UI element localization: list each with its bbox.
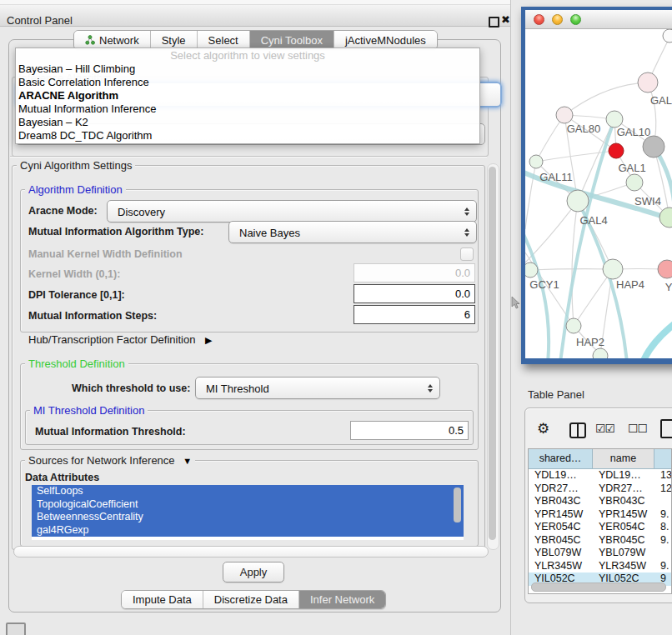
column-header-cut[interactable] [654, 449, 672, 469]
network-edge[interactable] [564, 82, 648, 115]
close-icon[interactable]: ✖ [501, 13, 510, 26]
network-canvas[interactable]: GALGAL80GAL10GAL1GAL11SWI4GAL4GCY1HAP4YH… [525, 29, 672, 358]
network-edge-thick[interactable] [525, 228, 549, 358]
network-node-gcy1[interactable] [525, 262, 538, 278]
dpi-tolerance-label: DPI Tolerance [0,1]: [28, 289, 125, 301]
settings-horizontal-scrollbar[interactable] [13, 546, 489, 558]
table-header-row: shared… name [529, 449, 671, 469]
network-node-label: SWI4 [634, 195, 661, 208]
node-table[interactable]: shared… name YDL19…YDL19…13YDR27…YDR27…1… [528, 448, 672, 594]
network-node-gal1[interactable] [609, 143, 624, 158]
zoom-traffic-light-icon[interactable] [570, 14, 581, 25]
network-node-unlabeled[interactable] [593, 348, 608, 358]
network-window-titlebar[interactable] [525, 10, 672, 29]
tab-impute-data[interactable]: Impute Data [122, 591, 203, 608]
mi-steps-input[interactable] [354, 305, 475, 324]
algorithm-option[interactable]: Dream8 DC_TDC Algorithm [16, 129, 479, 142]
network-node-gal11[interactable] [529, 155, 543, 168]
select-all-columns-icon[interactable]: ☑☑ [595, 422, 614, 435]
collapsed-arrow-icon: ▶ [205, 335, 212, 345]
network-node-gal10[interactable] [606, 111, 623, 128]
tab-jactivemnodules[interactable]: jActiveMNodules [333, 31, 437, 49]
algorithm-option[interactable]: Basic Correlation Inference [16, 76, 479, 89]
manual-kernel-checkbox[interactable] [460, 248, 474, 261]
table-cell: YBR045C [529, 534, 593, 548]
table-cell: YDL19… [529, 469, 593, 482]
dpi-tolerance-input[interactable] [354, 284, 475, 303]
kernel-width-input[interactable] [354, 263, 475, 282]
table-row[interactable]: YDL19…YDL19…13 [529, 469, 671, 482]
tab-cyni-toolbox[interactable]: Cyni Toolbox [249, 31, 333, 49]
network-node-y[interactable] [658, 260, 672, 278]
table-cell: YDR27… [593, 482, 654, 496]
which-threshold-label: Which threshold to use: [72, 382, 190, 394]
table-export-icon[interactable] [660, 419, 672, 438]
network-node-unlabeled[interactable] [663, 29, 672, 42]
which-threshold-combobox[interactable]: MI Threshold [195, 377, 440, 399]
data-attributes-list[interactable]: SelfLoopsTopologicalCoefficientBetweenne… [32, 485, 464, 540]
close-traffic-light-icon[interactable] [534, 14, 544, 25]
sources-group-label[interactable]: Sources for Network Inference ▼ [25, 454, 195, 467]
algorithm-dropdown-popup: Select algorithm to view settings Bayesi… [15, 48, 480, 144]
attribute-item[interactable]: TopologicalCoefficient [32, 498, 464, 512]
aracne-mode-value: Discovery [118, 205, 165, 218]
network-node-gal4[interactable] [567, 190, 589, 212]
algorithm-option[interactable]: Bayesian – K2 [16, 116, 479, 129]
network-node-label: HAP2 [576, 336, 604, 348]
table-row[interactable]: YER054CYER054C8. [529, 521, 671, 534]
tab-discretize-data[interactable]: Discretize Data [203, 591, 298, 608]
tab-style[interactable]: Style [150, 31, 197, 49]
minimize-traffic-light-icon[interactable] [552, 14, 563, 25]
algorithm-option[interactable]: ARACNE Algorithm [16, 89, 479, 102]
column-header-shared[interactable]: shared… [529, 449, 593, 469]
table-cell: 9. [654, 560, 672, 573]
network-tab-icon [85, 35, 95, 45]
column-header-name[interactable]: name [593, 449, 654, 469]
scrollbar-thumb[interactable] [489, 167, 496, 540]
table-row[interactable]: YBL079WYBL079W [529, 547, 671, 560]
unselect-all-columns-icon[interactable]: ☐☐ [628, 422, 647, 435]
apply-button[interactable]: Apply [223, 562, 284, 582]
network-view-window[interactable]: GALGAL80GAL10GAL1GAL11SWI4GAL4GCY1HAP4YH… [521, 7, 672, 364]
table-horizontal-scrollbar[interactable] [531, 582, 666, 592]
network-canvas-container[interactable]: GALGAL80GAL10GAL1GAL11SWI4GAL4GCY1HAP4YH… [525, 29, 672, 358]
network-node-hap4[interactable] [603, 259, 623, 279]
table-row[interactable]: YBR043CYBR043C [529, 495, 671, 508]
algorithm-option[interactable]: Bayesian – Hill Climbing [16, 62, 479, 76]
table-row[interactable]: YLR345WYLR345W9. [529, 560, 671, 573]
table-row[interactable]: YBR045CYBR045C9. [529, 534, 671, 548]
network-node-hap2[interactable] [566, 318, 581, 333]
network-node-unlabeled[interactable] [643, 136, 664, 158]
tab-impute-data-label: Impute Data [133, 593, 192, 606]
columns-icon[interactable] [569, 422, 586, 438]
tab-infer-network[interactable]: Infer Network [298, 591, 385, 608]
table-row[interactable]: YPR145WYPR145W9. [529, 508, 671, 522]
network-node-gal[interactable] [638, 72, 658, 92]
tab-network[interactable]: Network [74, 31, 150, 49]
table-row[interactable]: YDR27…YDR27…12 [529, 482, 671, 496]
tab-discretize-data-label: Discretize Data [214, 593, 288, 606]
hub-definition-toggle[interactable]: Hub/Transcription Factor Definition ▶ [28, 333, 212, 346]
settings-vertical-scrollbar[interactable] [487, 163, 499, 550]
network-node-gal80[interactable] [556, 107, 573, 123]
mi-type-combobox[interactable]: Naive Bayes [228, 221, 477, 243]
float-window-icon[interactable] [489, 17, 499, 28]
collapsed-panel-icon[interactable] [6, 622, 26, 635]
tab-infer-network-label: Infer Network [310, 593, 374, 606]
algorithm-option[interactable]: Mutual Information Inference [16, 102, 479, 116]
table-cell: 13 [654, 469, 672, 482]
attributes-list-scrollbar[interactable] [454, 488, 461, 522]
gear-icon[interactable]: ⚙ [537, 420, 549, 438]
attribute-item[interactable]: BetweennessCentrality [32, 511, 464, 524]
mi-threshold-input[interactable] [350, 421, 469, 440]
network-edge-thick[interactable] [643, 319, 672, 358]
network-node-unlabeled[interactable] [659, 208, 672, 228]
mouse-cursor [510, 297, 520, 310]
attribute-item[interactable]: SelfLoops [32, 485, 464, 498]
algorithm-list: Bayesian – Hill ClimbingBasic Correlatio… [16, 62, 479, 142]
aracne-mode-combobox[interactable]: Discovery [107, 200, 477, 222]
tab-select[interactable]: Select [197, 31, 249, 49]
network-node-swi4[interactable] [626, 174, 643, 191]
attribute-item[interactable]: gal4RGexp [32, 524, 464, 538]
mi-steps-label: Mutual Information Steps: [28, 310, 157, 322]
